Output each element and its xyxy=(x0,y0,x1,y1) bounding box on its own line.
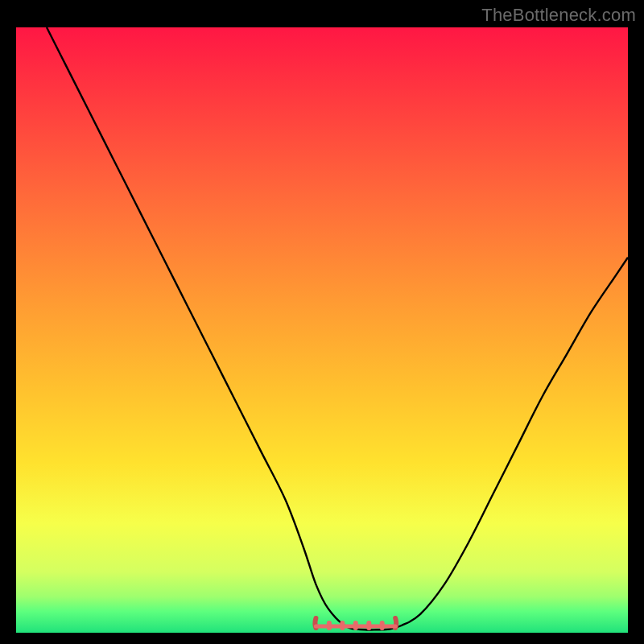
plot-svg xyxy=(16,27,628,633)
chart-stage: TheBottleneck.com xyxy=(0,0,644,644)
gradient-background xyxy=(16,27,628,633)
plot-area xyxy=(16,27,628,633)
watermark-text: TheBottleneck.com xyxy=(481,5,636,26)
